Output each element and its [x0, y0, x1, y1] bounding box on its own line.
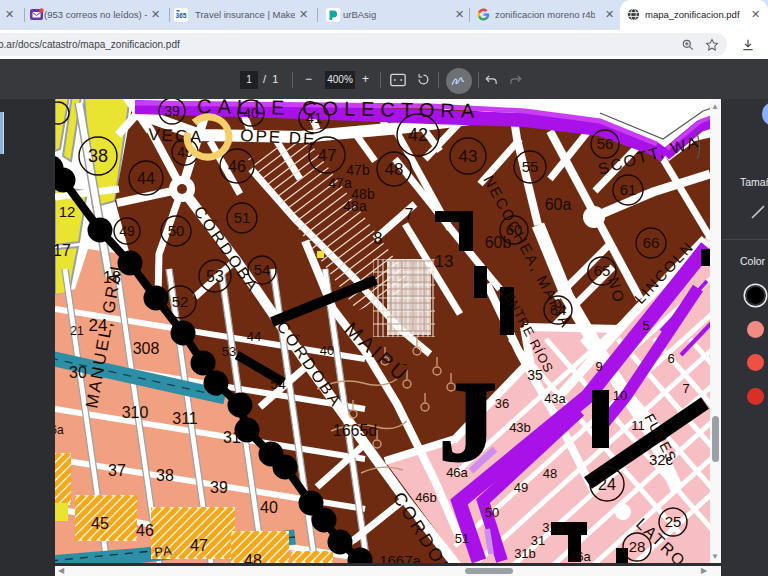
svg-text:17: 17 — [55, 242, 71, 259]
svg-text:39: 39 — [210, 479, 228, 496]
svg-text:38: 38 — [88, 146, 108, 166]
svg-text:61: 61 — [620, 181, 637, 198]
svg-text:52: 52 — [172, 293, 189, 310]
svg-text:51: 51 — [234, 209, 251, 226]
svg-text:30: 30 — [69, 364, 87, 381]
svg-text:39: 39 — [164, 103, 180, 119]
svg-text:48a: 48a — [343, 198, 367, 214]
svg-text:43b: 43b — [509, 420, 531, 435]
svg-text:1665d: 1665d — [333, 422, 378, 439]
svg-text:60a: 60a — [545, 196, 572, 213]
svg-text:46: 46 — [136, 522, 154, 539]
svg-text:50: 50 — [168, 222, 185, 239]
svg-text:48: 48 — [244, 552, 262, 563]
svg-text:308: 308 — [133, 340, 160, 357]
svg-text:28: 28 — [629, 538, 646, 555]
svg-text:24: 24 — [598, 476, 616, 493]
svg-text:VEGA: VEGA — [148, 125, 204, 147]
svg-text:65: 65 — [594, 262, 611, 279]
svg-text:47a: 47a — [328, 175, 352, 191]
svg-text:36: 36 — [495, 396, 509, 411]
svg-text:45: 45 — [91, 515, 109, 532]
svg-text:37: 37 — [108, 462, 126, 479]
svg-text:25: 25 — [665, 513, 682, 530]
svg-text:43a: 43a — [544, 391, 566, 406]
svg-text:46: 46 — [228, 158, 246, 175]
svg-text:40: 40 — [260, 499, 278, 516]
svg-text:53: 53 — [206, 268, 224, 285]
svg-text:42: 42 — [408, 125, 428, 145]
svg-text:53: 53 — [222, 344, 236, 359]
svg-text:60b: 60b — [485, 234, 512, 251]
svg-text:PA: PA — [153, 543, 173, 560]
svg-text:48: 48 — [543, 466, 557, 481]
svg-text:OPE DE: OPE DE — [240, 126, 317, 149]
svg-text:46b: 46b — [415, 490, 437, 505]
svg-text:49: 49 — [514, 480, 528, 495]
svg-text:365: 365 — [176, 12, 187, 19]
svg-text:13: 13 — [435, 252, 454, 271]
svg-text:9: 9 — [595, 359, 602, 374]
svg-text:1667a: 1667a — [379, 552, 421, 563]
svg-text:47: 47 — [190, 537, 208, 554]
svg-text:5: 5 — [642, 318, 649, 333]
svg-text:310: 310 — [122, 404, 149, 421]
svg-text:311: 311 — [172, 410, 198, 427]
svg-text:43: 43 — [459, 147, 478, 166]
svg-text:21: 21 — [70, 324, 84, 338]
svg-text:44: 44 — [137, 170, 155, 187]
svg-text:56: 56 — [597, 135, 614, 152]
svg-text:51: 51 — [455, 531, 469, 546]
svg-text:31a: 31a — [542, 520, 564, 535]
svg-text:38: 38 — [156, 467, 174, 484]
svg-text:40: 40 — [320, 343, 334, 358]
svg-text:54: 54 — [270, 376, 286, 392]
svg-text:55: 55 — [522, 158, 539, 175]
svg-text:49: 49 — [119, 223, 135, 239]
svg-text:31: 31 — [223, 429, 241, 446]
svg-text:16a: 16a — [569, 549, 591, 563]
svg-text:6a: 6a — [55, 423, 64, 437]
svg-text:7: 7 — [405, 206, 414, 223]
svg-text:12: 12 — [59, 203, 76, 220]
svg-text:8: 8 — [374, 230, 383, 247]
svg-text:6: 6 — [667, 351, 674, 366]
svg-text:44: 44 — [247, 329, 261, 344]
svg-text:7: 7 — [682, 381, 689, 396]
svg-text:J: J — [439, 358, 497, 485]
svg-text:10: 10 — [613, 388, 627, 403]
svg-text:31b: 31b — [514, 546, 536, 561]
svg-text:48: 48 — [385, 160, 404, 179]
svg-text:66: 66 — [643, 234, 660, 251]
svg-text:50: 50 — [485, 505, 499, 520]
svg-text:47: 47 — [318, 146, 337, 165]
